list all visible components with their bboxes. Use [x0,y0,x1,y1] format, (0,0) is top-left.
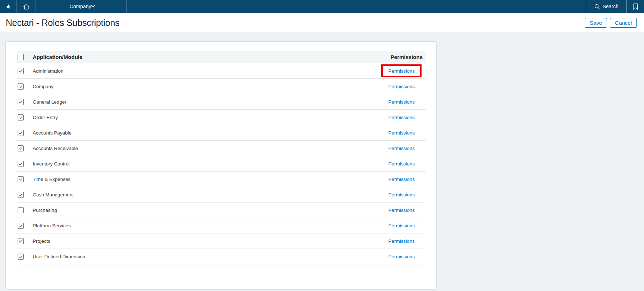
row-checkbox-cell [17,176,33,182]
save-button[interactable]: Save [585,18,607,28]
bookmark-icon [633,3,638,10]
row-checkbox-cell [17,130,33,136]
highlight-box: Permissions [381,95,422,108]
row-checkbox[interactable] [18,207,24,213]
row-checkbox-cell [17,192,33,198]
header-buttons: Save Cancel [585,18,637,28]
permissions-link[interactable]: Permissions [388,192,415,197]
permissions-cell: Permissions [381,219,426,232]
permissions-cell: Permissions [381,126,426,139]
module-label: Cash Management [33,192,381,197]
row-checkbox[interactable] [18,223,24,229]
highlight-box: Permissions [381,64,422,77]
module-label: Purchasing [33,208,381,213]
table-row: Platform Services Permissions [17,218,426,233]
permissions-link[interactable]: Permissions [388,177,415,182]
highlight-box: Permissions [381,204,422,217]
highlight-box: Permissions [381,250,422,263]
module-label: Order Entry [33,115,381,120]
company-dropdown[interactable]: Company [36,0,126,13]
permissions-cell: Permissions [381,111,426,124]
row-checkbox[interactable] [18,83,24,90]
permissions-cell: Permissions [381,80,426,93]
table-row: Accounts Receivable Permissions [17,141,426,156]
permissions-cell: Permissions [381,173,426,186]
row-checkbox[interactable] [18,68,24,74]
row-checkbox[interactable] [18,130,24,136]
permissions-link[interactable]: Permissions [388,161,415,167]
permissions-link[interactable]: Permissions [388,254,415,259]
highlight-box: Permissions [381,188,422,201]
module-label: Inventory Control [33,161,381,167]
home-icon [23,3,30,10]
row-checkbox[interactable] [18,176,24,182]
column-header-permissions: Permissions [391,54,426,60]
table-row: Time & Expenses Permissions [17,172,426,187]
home-button[interactable] [17,0,36,13]
row-checkbox-cell [17,83,33,90]
highlight-box: Permissions [381,219,422,232]
module-label: User Defined Dimension [33,254,381,259]
select-all-checkbox[interactable] [18,54,24,60]
permissions-cell: Permissions [381,157,426,170]
top-navigation-bar: ★ Company Search [0,0,644,13]
bookmark-button[interactable] [626,0,644,13]
row-checkbox-cell [17,223,33,229]
row-checkbox[interactable] [18,114,24,121]
permissions-link[interactable]: Permissions [388,130,415,136]
row-checkbox[interactable] [18,145,24,151]
favorites-button[interactable]: ★ [0,0,17,13]
search-icon [594,4,600,10]
chevron-down-icon [91,5,95,8]
highlight-box: Permissions [381,173,422,186]
company-dropdown-label: Company [70,4,91,9]
module-label: Time & Expenses [33,177,381,182]
module-label: Company [33,84,381,89]
row-checkbox[interactable] [18,99,24,105]
row-checkbox-cell [17,254,33,260]
row-checkbox-cell [17,161,33,167]
permissions-cell: Permissions [381,250,426,263]
highlight-box: Permissions [381,235,422,247]
permissions-link[interactable]: Permissions [388,208,415,213]
cancel-button[interactable]: Cancel [610,18,637,28]
table-row: General Ledger Permissions [17,94,426,110]
table-row: Accounts Payable Permissions [17,125,426,141]
highlight-box: Permissions [381,111,422,124]
module-label: Accounts Receivable [33,146,381,151]
permissions-link[interactable]: Permissions [388,99,415,105]
permissions-cell: Permissions [381,188,426,201]
subscriptions-card: Application/Module Permissions Administr… [5,41,437,290]
permissions-link[interactable]: Permissions [388,115,415,120]
table-row: User Defined Dimension Permissions [17,249,426,264]
permissions-link[interactable]: Permissions [388,68,415,74]
highlight-box: Permissions [381,142,422,155]
table-row: Projects Permissions [17,233,426,249]
permissions-link[interactable]: Permissions [388,84,415,89]
permissions-cell: Permissions [381,64,426,77]
table-header-row: Application/Module Permissions [17,51,426,63]
module-label: Administration [33,68,381,74]
table-row: Administration Permissions [17,63,426,79]
content-area: Application/Module Permissions Administr… [0,32,644,291]
module-label: General Ledger [33,99,381,105]
row-checkbox[interactable] [18,238,24,244]
module-label: Platform Services [33,223,381,228]
highlight-box: Permissions [381,126,422,139]
permissions-cell: Permissions [381,95,426,108]
table-row: Order Entry Permissions [17,110,426,125]
row-checkbox[interactable] [18,161,24,167]
header-checkbox-cell [17,54,33,60]
row-checkbox-cell [17,114,33,121]
search-button[interactable]: Search [586,0,626,13]
permissions-link[interactable]: Permissions [388,146,415,151]
permissions-link[interactable]: Permissions [388,238,415,244]
highlight-box: Permissions [381,80,422,93]
star-icon: ★ [5,3,11,10]
permissions-link[interactable]: Permissions [388,223,415,228]
row-checkbox[interactable] [18,254,24,260]
row-checkbox[interactable] [18,192,24,198]
modules-table: Application/Module Permissions Administr… [17,51,426,264]
row-checkbox-cell [17,238,33,244]
page-title: Nectari - Roles Subscriptions [6,18,120,28]
